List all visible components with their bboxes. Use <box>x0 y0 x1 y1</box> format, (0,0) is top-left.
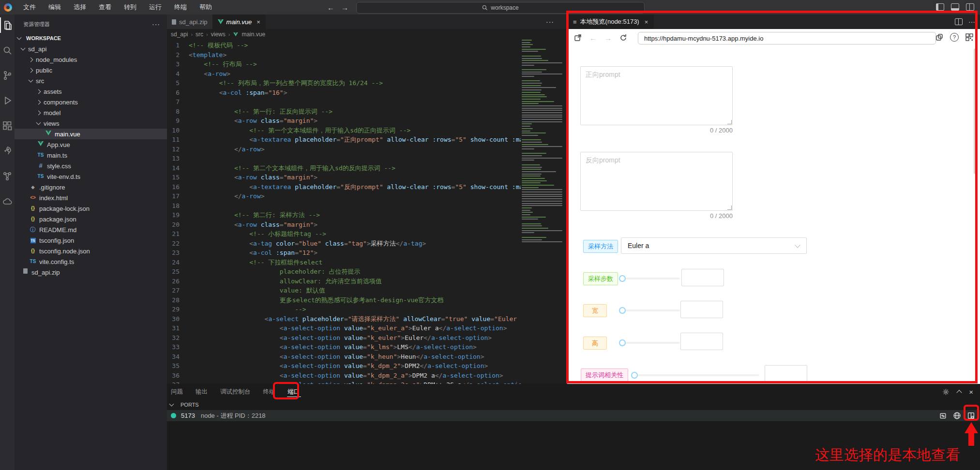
tree-item-components[interactable]: components <box>15 97 167 107</box>
panel-tab-输出[interactable]: 输出 <box>195 384 209 399</box>
close-icon[interactable]: × <box>645 18 648 26</box>
tree-item-package-lock.json[interactable]: {}package-lock.json <box>15 203 167 214</box>
explorer-more-icon[interactable]: ··· <box>152 20 160 28</box>
activity-source-control-icon[interactable] <box>0 65 15 86</box>
breadcrumb-item[interactable]: views <box>211 31 226 38</box>
preview-forward-icon[interactable]: → <box>604 34 612 42</box>
tree-item-main.ts[interactable]: TSmain.ts <box>15 150 167 161</box>
menu-item-查看[interactable]: 查看 <box>92 0 118 15</box>
tree-item-assets[interactable]: assets <box>15 86 167 97</box>
minimap-line <box>522 56 541 57</box>
sampler-select[interactable]: Euler a <box>621 237 807 254</box>
slider-handle[interactable] <box>619 275 626 282</box>
value-input[interactable] <box>681 269 724 286</box>
preview-in-editor-icon[interactable] <box>967 411 975 420</box>
tree-item-App.vue[interactable]: App.vue <box>15 139 167 150</box>
tree-item-views[interactable]: views <box>15 118 167 129</box>
menu-item-转到[interactable]: 转到 <box>118 0 143 15</box>
tree-item-node_modules[interactable]: node_modules <box>15 54 167 65</box>
history-back-button[interactable]: ← <box>327 3 334 12</box>
tree-item-package.json[interactable]: {}package.json <box>15 214 167 224</box>
port-row[interactable]: 5173 node - 进程 PID：2218 <box>167 410 980 421</box>
help-icon[interactable]: ? <box>950 33 959 42</box>
url-input[interactable]: https://hpdamu-mcydnu-5173.app.myide.io <box>638 32 936 44</box>
history-forward-button[interactable]: → <box>341 3 348 12</box>
tree-item-.gitignore[interactable]: ◆.gitignore <box>15 182 167 192</box>
maximize-panel-icon[interactable] <box>957 390 962 395</box>
tree-item-vite.config.ts[interactable]: TSvite.config.ts <box>15 256 167 267</box>
ports-section-header[interactable]: PORTS <box>167 399 980 410</box>
split-editor-icon[interactable] <box>955 18 963 25</box>
code-editor[interactable]: 1<!-- 模板代码 -->2<template>3 <!-- 行布局 -->4… <box>167 41 521 384</box>
panel-tab-终端[interactable]: 终端 <box>262 384 276 399</box>
menu-item-运行[interactable]: 运行 <box>143 0 168 15</box>
tree-item-tsconfig.node.json[interactable]: {}tsconfig.node.json <box>15 246 167 256</box>
open-external-icon[interactable] <box>574 34 582 42</box>
activity-run-debug-icon[interactable] <box>0 90 15 111</box>
preview-more-icon[interactable]: ··· <box>968 18 975 26</box>
open-in-window-icon[interactable] <box>935 33 943 41</box>
customize-layout-icon[interactable] <box>966 3 974 11</box>
tree-item-index.html[interactable]: <>index.html <box>15 192 167 203</box>
activity-explorer-icon[interactable] <box>0 15 15 36</box>
tree-item-README.md[interactable]: ⓘREADME.md <box>15 224 167 235</box>
tree-item-src[interactable]: src <box>15 75 167 86</box>
qr-code-icon[interactable] <box>965 33 973 41</box>
toggle-panel-icon[interactable] <box>951 3 959 11</box>
tree-item-model[interactable]: model <box>15 107 167 118</box>
breadcrumb[interactable]: sd_api›src›views›main.vue <box>167 29 571 40</box>
command-center-search[interactable]: workspace <box>356 2 645 14</box>
value-input[interactable] <box>680 301 723 318</box>
forward-port-icon[interactable] <box>939 411 947 420</box>
activity-references-network-icon[interactable] <box>0 165 15 187</box>
value-input[interactable] <box>765 365 807 382</box>
activity-extensions-icon[interactable] <box>0 115 15 136</box>
minimap-line <box>522 160 534 161</box>
menu-item-文件[interactable]: 文件 <box>17 0 42 15</box>
panel-tab-调试控制台[interactable]: 调试控制台 <box>219 384 252 399</box>
slider-rail[interactable] <box>626 278 680 279</box>
minimap-line <box>522 115 562 116</box>
preview-tab[interactable]: ≡ 本地预览(node:5173) × <box>567 15 654 29</box>
toggle-sidebar-icon[interactable] <box>936 3 944 11</box>
activity-search-icon[interactable] <box>0 40 15 61</box>
slider-handle[interactable] <box>619 339 626 346</box>
menu-item-编辑[interactable]: 编辑 <box>42 0 67 15</box>
tree-item-vite-env.d.ts[interactable]: TSvite-env.d.ts <box>15 171 167 182</box>
activity-cloud-icon[interactable] <box>0 191 15 212</box>
tree-item-public[interactable]: public <box>15 65 167 75</box>
tree-item-sd_api.zip[interactable]: sd_api.zip <box>15 267 167 278</box>
editor-tab-main.vue[interactable]: main.vue× <box>213 15 266 29</box>
menu-item-终端[interactable]: 终端 <box>168 0 193 15</box>
slider-handle[interactable] <box>619 307 626 314</box>
activity-remote-rocket-icon[interactable] <box>0 140 15 162</box>
reload-icon[interactable] <box>619 34 627 42</box>
gear-icon[interactable] <box>942 388 950 396</box>
menu-item-帮助[interactable]: 帮助 <box>193 0 218 15</box>
editor-tab-sd_api.zip[interactable]: sd_api.zip <box>167 15 213 29</box>
minimap[interactable] <box>522 40 565 248</box>
panel-tab-问题[interactable]: 问题 <box>170 384 184 399</box>
preview-back-icon[interactable]: ← <box>589 34 597 42</box>
breadcrumb-item[interactable]: sd_api <box>171 31 188 38</box>
close-icon[interactable]: × <box>256 18 260 26</box>
slider-rail[interactable] <box>626 342 680 344</box>
slider-rail[interactable] <box>638 374 759 376</box>
breadcrumb-item[interactable]: src <box>196 31 203 38</box>
open-in-browser-globe-icon[interactable] <box>953 411 961 420</box>
page-scrollbar[interactable] <box>974 48 977 174</box>
negative-prompt-textarea[interactable] <box>580 152 733 211</box>
workspace-section[interactable]: WORKSPACE <box>15 33 167 44</box>
value-input[interactable] <box>680 333 723 350</box>
breadcrumb-item[interactable]: main.vue <box>241 31 265 38</box>
tree-item-tsconfig.json[interactable]: TStsconfig.json <box>15 235 167 246</box>
slider-handle[interactable] <box>631 372 638 379</box>
tree-item-main.vue[interactable]: main.vue <box>15 129 167 139</box>
menu-item-选择[interactable]: 选择 <box>67 0 92 15</box>
close-panel-icon[interactable]: × <box>969 388 973 396</box>
slider-rail[interactable] <box>626 309 680 311</box>
panel-tab-端口[interactable]: 端口 <box>287 384 301 399</box>
positive-prompt-textarea[interactable] <box>580 66 733 125</box>
tree-item-style.css[interactable]: #style.css <box>15 161 167 171</box>
tree-item-sd_api[interactable]: sd_api <box>15 44 167 54</box>
